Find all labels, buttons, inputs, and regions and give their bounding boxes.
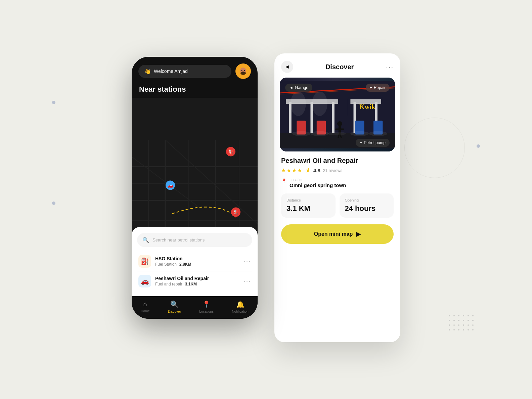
map-arrow-icon: ▶: [356, 230, 361, 238]
decoration-dot-3: [477, 144, 480, 148]
svg-text:🚗: 🚗: [168, 183, 174, 188]
nav-discover[interactable]: 🔍 Discover: [168, 300, 181, 313]
location-pin-icon: 📍: [281, 178, 287, 184]
svg-point-3: [241, 70, 242, 71]
svg-point-4: [244, 70, 245, 71]
station-meta-hso: Fuel Station 2.8KM: [155, 262, 244, 267]
distance-card: Distance 3.1 KM: [281, 193, 336, 218]
phone-left: 👋 Welcome Amjad Ne: [132, 57, 258, 319]
station-name-peshawri: Peshawri Oil and Repair: [155, 276, 244, 281]
bottom-sheet: 🔍 Search near petrol stations ⛽ HSO Stat…: [132, 227, 258, 296]
svg-text:⛽: ⛽: [228, 149, 234, 155]
repair-label: Repair: [374, 85, 386, 90]
home-icon: ⌂: [143, 300, 147, 308]
station-details: Peshawri Oil and Repair ★★★★ ⯨ 4.8 21 re…: [274, 151, 400, 342]
station-info-peshawri: Peshawri Oil and Repair Fuel and repair …: [155, 276, 244, 286]
opening-label: Opening: [345, 198, 389, 202]
station-type-peshawri: Fuel and repair: [155, 282, 182, 286]
nav-notification[interactable]: 🔔 Notification: [232, 300, 248, 313]
notification-icon: 🔔: [236, 300, 245, 308]
opening-value: 24 hours: [345, 204, 389, 213]
rating-number: 4.8: [313, 168, 320, 173]
station-item-hso[interactable]: ⛽ HSO Station Fuel Station 2.8KM ···: [137, 252, 252, 271]
station-more-hso[interactable]: ···: [244, 258, 251, 265]
opening-card: Opening 24 hours: [340, 193, 394, 218]
nav-notification-label: Notification: [232, 310, 248, 313]
review-count: 21 reviews: [323, 168, 342, 173]
decoration-circle: [404, 118, 465, 178]
station-icon-repair: 🚗: [138, 275, 151, 287]
locations-icon: 📍: [202, 300, 211, 308]
search-icon: 🔍: [142, 237, 149, 243]
station-more-peshawri[interactable]: ···: [244, 278, 251, 285]
tag-petrol: + Petrol pump: [356, 139, 390, 147]
phones-container: 👋 Welcome Amjad Ne: [132, 57, 400, 342]
nav-locations-label: Locations: [199, 310, 214, 313]
location-label: Location: [290, 178, 346, 182]
avatar-icon: [237, 65, 249, 77]
station-type-hso: Fuel Station: [155, 262, 177, 267]
rating-stars: ★★★★: [281, 167, 303, 174]
station-list: ⛽ HSO Station Fuel Station 2.8KM ··· 🚗: [137, 252, 252, 291]
nav-discover-label: Discover: [168, 310, 181, 313]
garage-arrow-icon: ◄: [289, 85, 293, 90]
svg-point-2: [240, 72, 246, 75]
station-hero-image: Kwik: [280, 78, 395, 151]
more-button[interactable]: ···: [386, 63, 394, 71]
near-stations-title: Near stations: [132, 82, 258, 98]
bottom-nav: ⌂ Home 🔍 Discover 📍 Locations 🔔 Notifica…: [132, 296, 258, 319]
petrol-plus-icon: +: [360, 140, 362, 145]
station-distance-peshawri: 3.1KM: [185, 282, 197, 286]
distance-value: 3.1 KM: [286, 204, 330, 213]
station-meta-peshawri: Fuel and repair 3.1KM: [155, 282, 244, 286]
welcome-pill: 👋 Welcome Amjad: [138, 65, 231, 78]
back-button[interactable]: ◄: [281, 61, 293, 73]
open-map-label: Open mini map: [314, 231, 353, 237]
station-icon-fuel: ⛽: [138, 255, 151, 268]
hero-tags: ◄ Garage + Repair + Petrol pump: [280, 78, 395, 151]
decoration-dot-1: [52, 101, 55, 104]
info-cards: Distance 3.1 KM Opening 24 hours: [281, 193, 394, 218]
location-value: Omni geori spring town: [290, 182, 346, 188]
wave-emoji: 👋: [144, 68, 151, 75]
discover-header: ◄ Discover ···: [274, 53, 400, 78]
decoration-dots-grid: [449, 315, 475, 332]
distance-label: Distance: [286, 198, 330, 202]
location-row: 📍 Location Omni geori spring town: [281, 178, 394, 188]
map-area: ⛽ 🚗 ⛽ 🔍 Search near pe: [132, 98, 258, 296]
back-icon: ◄: [284, 64, 290, 70]
left-phone-header: 👋 Welcome Amjad: [132, 57, 258, 82]
search-placeholder: Search near petrol stations: [152, 237, 205, 242]
star-half: ⯨: [305, 168, 311, 174]
nav-home[interactable]: ⌂ Home: [141, 300, 150, 313]
decoration-dot-2: [52, 202, 55, 205]
search-bar[interactable]: 🔍 Search near petrol stations: [137, 233, 252, 247]
phone-right: ◄ Discover ···: [274, 53, 400, 342]
discover-title: Discover: [325, 63, 354, 71]
avatar[interactable]: [235, 63, 251, 79]
discover-icon: 🔍: [170, 300, 179, 308]
location-info: Location Omni geori spring town: [290, 178, 346, 188]
garage-label: Garage: [295, 85, 308, 90]
petrol-label: Petrol pump: [364, 140, 386, 145]
nav-home-label: Home: [141, 309, 150, 313]
tag-garage: ◄ Garage: [285, 84, 312, 92]
rating-row: ★★★★ ⯨ 4.8 21 reviews: [281, 167, 394, 174]
repair-plus-icon: +: [370, 85, 372, 90]
welcome-text: Welcome Amjad: [154, 69, 188, 74]
station-distance-hso: 2.8KM: [179, 262, 191, 267]
station-info-hso: HSO Station Fuel Station 2.8KM: [155, 256, 244, 267]
station-name-hso: HSO Station: [155, 256, 244, 261]
station-item-peshawri[interactable]: 🚗 Peshawri Oil and Repair Fuel and repai…: [137, 271, 252, 291]
right-station-name: Peshawri Oil and Repair: [281, 157, 394, 165]
tag-repair: + Repair: [366, 84, 390, 92]
open-mini-map-button[interactable]: Open mini map ▶: [281, 224, 394, 244]
nav-locations[interactable]: 📍 Locations: [199, 300, 214, 313]
svg-text:⛽: ⛽: [233, 210, 239, 215]
